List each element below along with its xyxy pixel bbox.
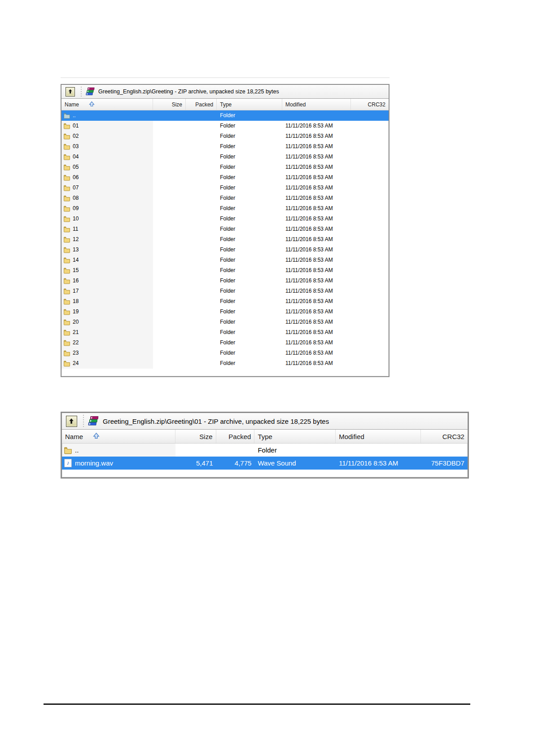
cell-crc	[351, 193, 389, 203]
cell-name: 08	[61, 193, 153, 203]
column-header-modified[interactable]: Modified	[336, 430, 421, 443]
cell-size	[153, 121, 186, 131]
cell-type: Wave Sound	[254, 457, 336, 470]
file-row-12[interactable]: 12Folder11/11/2016 8:53 AM	[61, 234, 389, 245]
cell-modified: 11/11/2016 8:53 AM	[336, 457, 421, 470]
file-row-01[interactable]: 01Folder11/11/2016 8:53 AM	[61, 121, 389, 131]
cell-crc	[351, 255, 389, 265]
column-header-crc32[interactable]: CRC32	[351, 99, 389, 110]
file-row-03[interactable]: 03Folder11/11/2016 8:53 AM	[61, 141, 389, 152]
column-header-size[interactable]: Size	[153, 99, 186, 110]
cell-packed	[186, 172, 217, 183]
up-one-level-button[interactable]	[66, 87, 75, 97]
cell-packed	[186, 348, 217, 358]
cell-modified: 11/11/2016 8:53 AM	[282, 141, 351, 152]
file-name-label: 18	[73, 296, 79, 307]
file-name-label: 05	[73, 162, 79, 172]
folder-icon	[64, 446, 72, 454]
folder-icon	[63, 154, 70, 160]
column-header-name[interactable]: Name	[62, 430, 175, 443]
folder-icon	[63, 164, 70, 171]
file-row-..[interactable]: ..Folder	[61, 110, 389, 121]
file-row-08[interactable]: 08Folder11/11/2016 8:53 AM	[61, 193, 389, 203]
document-page: Greeting_English.zip\Greeting - ZIP arch…	[0, 0, 534, 756]
file-name-label: 23	[73, 348, 79, 358]
column-header-name[interactable]: Name	[61, 99, 153, 110]
cell-name: 21	[61, 327, 153, 338]
file-name-label: 09	[73, 203, 79, 214]
file-row-15[interactable]: 15Folder11/11/2016 8:53 AM	[61, 265, 389, 276]
file-row-..[interactable]: ..Folder	[62, 444, 468, 457]
file-row-14[interactable]: 14Folder11/11/2016 8:53 AM	[61, 255, 389, 265]
cell-size	[153, 214, 186, 224]
file-row-22[interactable]: 22Folder11/11/2016 8:53 AM	[61, 338, 389, 348]
file-row-11[interactable]: 11Folder11/11/2016 8:53 AM	[61, 224, 389, 234]
file-row-02[interactable]: 02Folder11/11/2016 8:53 AM	[61, 131, 389, 141]
file-row-20[interactable]: 20Folder11/11/2016 8:53 AM	[61, 317, 389, 327]
file-row-17[interactable]: 17Folder11/11/2016 8:53 AM	[61, 286, 389, 296]
column-header-modified[interactable]: Modified	[282, 99, 351, 110]
file-row-10[interactable]: 10Folder11/11/2016 8:53 AM	[61, 214, 389, 224]
toolbar: Greeting_English.zip\Greeting - ZIP arch…	[61, 85, 389, 99]
cell-packed	[186, 317, 217, 327]
cell-name: 14	[61, 255, 153, 265]
column-header-packed[interactable]: Packed	[186, 99, 217, 110]
cell-packed	[186, 224, 217, 234]
cell-packed	[186, 255, 217, 265]
cell-packed	[186, 327, 217, 338]
cell-size	[153, 358, 186, 369]
file-row-07[interactable]: 07Folder11/11/2016 8:53 AM	[61, 183, 389, 193]
file-name-label: 19	[73, 307, 79, 317]
cell-size	[153, 317, 186, 327]
column-header-type[interactable]: Type	[217, 99, 282, 110]
column-header-size[interactable]: Size	[175, 430, 216, 443]
cell-size	[153, 338, 186, 348]
column-header-crc32[interactable]: CRC32	[421, 430, 468, 443]
cell-type: Folder	[217, 296, 282, 307]
file-name-label: 14	[73, 255, 79, 265]
cell-size	[153, 255, 186, 265]
file-row-16[interactable]: 16Folder11/11/2016 8:53 AM	[61, 276, 389, 286]
cell-modified: 11/11/2016 8:53 AM	[282, 183, 351, 193]
file-row-06[interactable]: 06Folder11/11/2016 8:53 AM	[61, 172, 389, 183]
cell-name: ..	[62, 444, 175, 457]
cell-modified: 11/11/2016 8:53 AM	[282, 152, 351, 162]
file-row-05[interactable]: 05Folder11/11/2016 8:53 AM	[61, 162, 389, 172]
file-name-label: 10	[73, 214, 79, 224]
file-row-24[interactable]: 24Folder11/11/2016 8:53 AM	[61, 358, 389, 369]
file-name-label: 16	[73, 276, 79, 286]
file-row-23[interactable]: 23Folder11/11/2016 8:53 AM	[61, 348, 389, 358]
file-row-18[interactable]: 18Folder11/11/2016 8:53 AM	[61, 296, 389, 307]
cell-packed	[186, 214, 217, 224]
file-row-morning.wav[interactable]: ♪morning.wav5,4714,775Wave Sound11/11/20…	[62, 457, 468, 470]
cell-type: Folder	[254, 444, 336, 457]
file-name-label: 04	[73, 152, 79, 162]
file-row-19[interactable]: 19Folder11/11/2016 8:53 AM	[61, 307, 389, 317]
file-row-13[interactable]: 13Folder11/11/2016 8:53 AM	[61, 245, 389, 255]
cell-modified: 11/11/2016 8:53 AM	[282, 224, 351, 234]
list-empty-area	[62, 470, 468, 477]
header-label-name: Name	[65, 101, 79, 108]
file-name-label: 06	[73, 172, 79, 183]
cell-modified	[282, 110, 351, 121]
column-header-packed[interactable]: Packed	[216, 430, 255, 443]
file-row-09[interactable]: 09Folder11/11/2016 8:53 AM	[61, 203, 389, 214]
cell-crc	[351, 203, 389, 214]
cell-packed	[186, 276, 217, 286]
cell-size	[153, 286, 186, 296]
file-row-04[interactable]: 04Folder11/11/2016 8:53 AM	[61, 152, 389, 162]
winrar-window-greeting-01: Greeting_English.zip\Greeting\01 - ZIP a…	[61, 412, 469, 479]
file-row-21[interactable]: 21Folder11/11/2016 8:53 AM	[61, 327, 389, 338]
cell-crc	[351, 327, 389, 338]
cell-packed	[186, 296, 217, 307]
file-name-label: ..	[75, 444, 79, 457]
folder-icon	[63, 215, 70, 222]
cell-size	[153, 203, 186, 214]
column-header-type[interactable]: Type	[254, 430, 336, 443]
cell-size	[153, 348, 186, 358]
folder-icon	[63, 236, 70, 243]
cell-modified: 11/11/2016 8:53 AM	[282, 286, 351, 296]
up-one-level-button[interactable]	[66, 416, 77, 427]
winrar-archive-icon	[88, 416, 99, 426]
cell-packed	[186, 141, 217, 152]
